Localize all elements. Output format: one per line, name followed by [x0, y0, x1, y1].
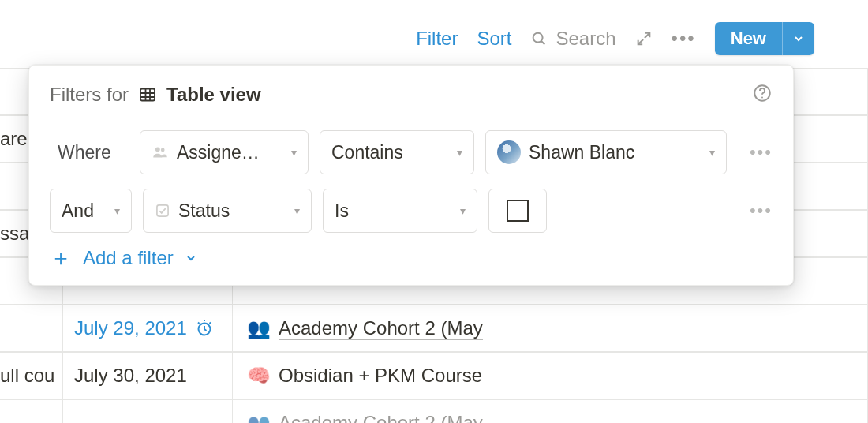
people-icon: 👥 — [247, 413, 271, 424]
date-text: July 30, 2021 — [74, 365, 187, 387]
svg-point-6 — [161, 148, 165, 152]
add-filter-label: Add a filter — [83, 247, 174, 269]
svg-rect-7 — [157, 205, 168, 216]
new-button[interactable]: New — [715, 22, 782, 55]
value-checkbox[interactable] — [488, 189, 547, 233]
avatar — [497, 140, 521, 164]
date-text: July 29, 2021 — [74, 317, 187, 339]
new-dropdown-button[interactable] — [782, 22, 814, 55]
svg-rect-2 — [140, 89, 155, 101]
view-toolbar: Filter Sort Search ••• New — [416, 22, 814, 55]
property-select[interactable]: Status ▾ — [143, 189, 312, 233]
svg-point-4 — [761, 96, 763, 98]
search-button[interactable]: Search — [530, 28, 615, 50]
condition-label: Contains — [331, 142, 403, 163]
page-title: Obsidian + PKM Course — [279, 365, 482, 387]
date-cell[interactable]: July 30, 2021 — [63, 353, 233, 399]
conjunction-label: Where — [50, 142, 129, 163]
people-icon: 👥 — [247, 317, 271, 339]
more-icon[interactable]: ••• — [672, 29, 696, 48]
chevron-down-icon: ▾ — [709, 146, 715, 159]
filter-row: And ▾ Status ▾ Is ▾ ••• — [50, 189, 773, 233]
sort-button[interactable]: Sort — [477, 28, 511, 50]
panel-prefix: Filters for — [50, 84, 129, 106]
page-title: Academy Cohort 2 (May — [279, 412, 483, 423]
page-cell[interactable]: 🧠 Obsidian + PKM Course — [233, 353, 868, 399]
search-label: Search — [556, 28, 615, 50]
table-row[interactable]: 👥 Academy Cohort 2 (May — [0, 399, 868, 423]
chevron-down-icon: ▾ — [460, 204, 466, 217]
conjunction-select[interactable]: And ▾ — [50, 189, 132, 233]
row-more-icon[interactable]: ••• — [750, 200, 773, 221]
filter-button[interactable]: Filter — [416, 28, 458, 50]
cell-text: are — [0, 128, 28, 150]
value-label: Shawn Blanc — [529, 142, 634, 163]
conjunction-label: And — [62, 200, 94, 222]
chevron-down-icon: ▾ — [291, 146, 297, 159]
plus-icon: ＋ — [50, 247, 72, 269]
view-name: Table view — [166, 84, 261, 106]
chevron-down-icon: ▾ — [457, 146, 462, 159]
filter-row: Where Assigne… ▾ Contains ▾ Shawn Blanc … — [50, 130, 773, 174]
checkbox-icon — [155, 203, 170, 219]
page-title: Academy Cohort 2 (May — [279, 317, 483, 340]
expand-icon[interactable] — [635, 30, 653, 47]
svg-point-1 — [533, 33, 543, 43]
property-label: Status — [178, 200, 230, 222]
date-cell[interactable]: July 29, 2021 — [63, 305, 233, 351]
table-row[interactable]: July 29, 2021 👥 Academy Cohort 2 (May — [0, 305, 868, 352]
filter-panel: Filters for Table view Where Assigne… ▾ … — [28, 65, 794, 286]
page-cell[interactable]: 👥 Academy Cohort 2 (May — [233, 305, 868, 351]
brain-icon: 🧠 — [247, 365, 271, 387]
cell-text: ssa — [0, 223, 29, 245]
condition-label: Is — [335, 200, 349, 222]
chevron-down-icon: ▾ — [294, 204, 300, 217]
panel-title: Filters for Table view — [50, 84, 261, 106]
checkbox-empty-icon — [507, 200, 529, 222]
condition-select[interactable]: Is ▾ — [323, 189, 477, 233]
property-select[interactable]: Assigne… ▾ — [140, 130, 309, 174]
new-button-group: New — [715, 22, 814, 55]
chevron-down-icon — [792, 32, 805, 45]
people-icon — [152, 144, 169, 161]
search-icon — [530, 30, 548, 47]
help-icon[interactable] — [752, 83, 773, 107]
condition-select[interactable]: Contains ▾ — [320, 130, 474, 174]
value-select[interactable]: Shawn Blanc ▾ — [485, 130, 727, 174]
row-more-icon[interactable]: ••• — [750, 142, 773, 163]
svg-point-5 — [155, 147, 160, 152]
clock-icon — [195, 319, 214, 338]
cell-text: ull cou — [0, 365, 54, 387]
chevron-down-icon — [185, 252, 197, 264]
chevron-down-icon: ▾ — [114, 204, 120, 217]
table-icon — [138, 85, 157, 104]
add-filter-button[interactable]: ＋ Add a filter — [50, 247, 773, 269]
property-label: Assigne… — [177, 142, 260, 163]
page-cell[interactable]: 👥 Academy Cohort 2 (May — [233, 400, 868, 423]
table-row[interactable]: ull cou July 30, 2021 🧠 Obsidian + PKM C… — [0, 352, 868, 399]
